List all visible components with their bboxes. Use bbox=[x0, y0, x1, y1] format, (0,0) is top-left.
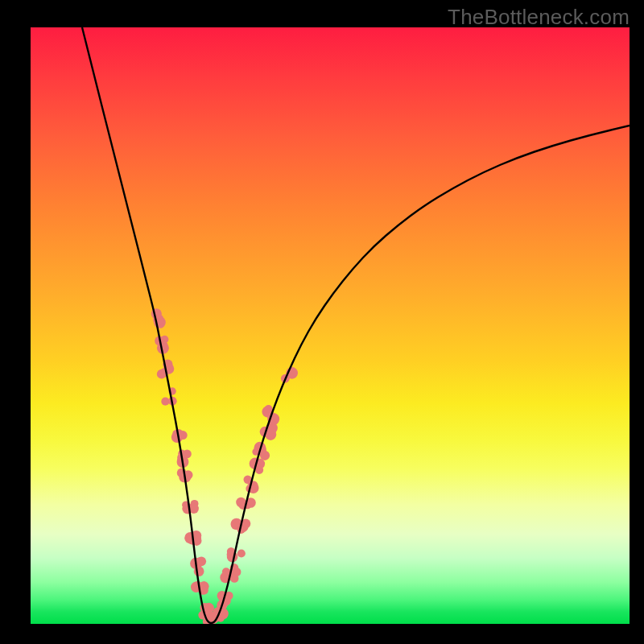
chart-frame: TheBottleneck.com bbox=[0, 0, 644, 644]
data-marker bbox=[237, 549, 246, 557]
data-marker bbox=[200, 587, 208, 595]
watermark-text: TheBottleneck.com bbox=[448, 5, 630, 30]
chart-svg bbox=[31, 27, 630, 624]
marker-layer bbox=[151, 308, 298, 624]
data-marker bbox=[183, 450, 192, 459]
data-marker bbox=[196, 556, 206, 566]
plot-area bbox=[31, 27, 630, 624]
data-marker bbox=[194, 566, 204, 576]
data-marker bbox=[265, 405, 273, 413]
data-marker bbox=[236, 497, 246, 507]
data-marker bbox=[222, 568, 230, 576]
